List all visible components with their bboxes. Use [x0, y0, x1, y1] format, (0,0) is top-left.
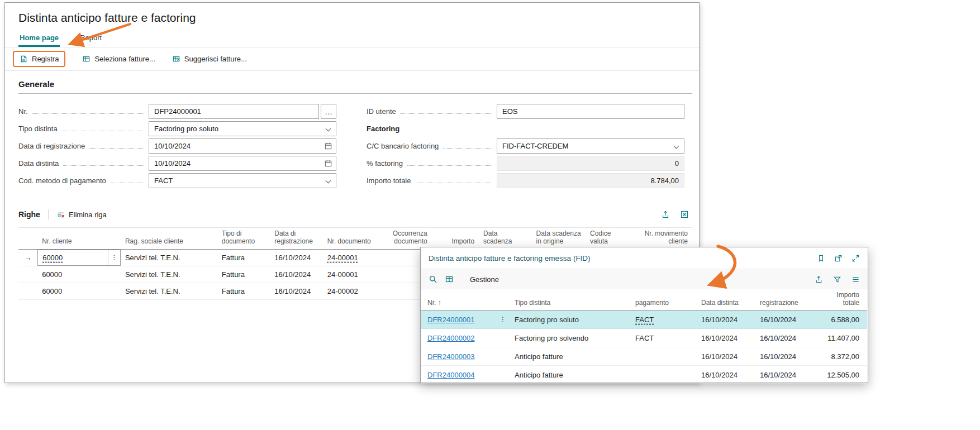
col-data-distinta[interactable]: Data distinta — [697, 289, 755, 310]
cell-tipo-documento[interactable]: Fattura — [217, 283, 270, 299]
col-nr-movimento-cliente[interactable]: Nr. movimento cliente — [632, 228, 692, 250]
cell-data-registrazione[interactable]: 16/10/2024 — [270, 283, 322, 299]
righe-heading[interactable]: Righe — [18, 210, 40, 219]
cell-tipo-distinta[interactable]: Factoring pro solvendo — [510, 329, 631, 347]
cell-nr-cliente[interactable]: 60000 — [37, 283, 121, 299]
calendar-icon[interactable] — [324, 159, 332, 168]
col-tipo-documento[interactable]: Tipo di documento — [217, 228, 270, 250]
grid-view-icon[interactable] — [445, 275, 454, 284]
field-data-registrazione: Data di registrazione 10/10/2024 — [18, 137, 336, 155]
cell-tipo-distinta[interactable]: Anticipo fatture — [510, 347, 631, 366]
cell-registrazione[interactable]: 16/10/2024 — [755, 347, 815, 366]
seleziona-fatture-button[interactable]: Seleziona fatture... — [82, 55, 155, 63]
id-utente-input[interactable]: EOS — [497, 104, 684, 119]
distinta-link[interactable]: DFR24000002 — [427, 334, 475, 342]
col-tipo-distinta[interactable]: Tipo distinta — [510, 289, 631, 310]
registra-button[interactable]: Registra — [20, 55, 59, 63]
col-nr-cliente[interactable]: Nr. cliente — [37, 228, 121, 250]
cc-bancario-select[interactable]: FID-FACT-CREDEM — [497, 138, 684, 154]
filter-icon[interactable] — [833, 275, 841, 284]
cell-registrazione[interactable]: 16/10/2024 — [755, 366, 815, 384]
elimina-riga-button[interactable]: Elimina riga — [56, 211, 107, 219]
distinta-link[interactable]: DFR24000004 — [427, 371, 475, 379]
expand-icon[interactable] — [851, 254, 860, 262]
cell-rag-sociale[interactable]: Servizi tel. T.E.N. — [121, 266, 217, 283]
cell-pagamento[interactable]: FACT — [635, 316, 654, 324]
col-data-registrazione[interactable]: Data di registrazione — [270, 228, 322, 250]
tipo-distinta-select[interactable]: Factoring pro soluto — [149, 121, 336, 136]
open-in-excel-icon[interactable] — [680, 210, 689, 219]
cell-data-distinta[interactable]: 16/10/2024 — [697, 347, 755, 366]
gestione-menu[interactable]: Gestione — [470, 275, 499, 284]
suggerisci-fatture-button[interactable]: Suggerisci fatture... — [172, 55, 247, 63]
dotted-leader — [62, 126, 144, 131]
bookmark-icon[interactable] — [817, 254, 825, 262]
cell-tipo-documento[interactable]: Fattura — [217, 266, 270, 283]
lookup-title: Distinta anticipo fatture e factoring em… — [429, 254, 817, 262]
cell-importo-totale[interactable]: 6.588,00 — [815, 310, 867, 329]
col-occorrenza-documento[interactable]: Occorrenza documento — [379, 228, 431, 250]
field-importo-totale: Importo totale 8.784,00 — [367, 172, 684, 189]
cell-nr-documento[interactable]: 24-00002 — [323, 283, 379, 299]
field-id-utente: ID utente EOS — [367, 103, 684, 120]
calendar-icon[interactable] — [324, 142, 332, 150]
share-icon[interactable] — [815, 275, 823, 284]
cell-nr-documento[interactable]: 24-00001 — [327, 254, 358, 262]
generale-section-heading[interactable]: Generale — [5, 71, 699, 93]
assist-edit-button[interactable]: … — [321, 104, 336, 119]
col-importo-totale[interactable]: Importo totale — [815, 289, 867, 310]
cell-registrazione[interactable]: 16/10/2024 — [755, 329, 815, 347]
col-registrazione[interactable]: registrazione — [755, 289, 815, 310]
cell-data-registrazione[interactable]: 16/10/2024 — [270, 249, 322, 266]
cell-nr-documento[interactable]: 24-00001 — [323, 266, 379, 283]
col-nr-documento[interactable]: Nr. documento — [323, 228, 379, 250]
cell-importo-totale[interactable]: 11.407,00 — [815, 329, 867, 347]
data-distinta-input[interactable]: 10/10/2024 — [149, 156, 336, 171]
tab-home-page[interactable]: Home page — [18, 31, 60, 47]
list-item[interactable]: DFR24000002 Factoring pro solvendo FACT … — [421, 329, 867, 347]
cell-data-distinta[interactable]: 16/10/2024 — [697, 310, 755, 329]
cell-tipo-documento[interactable]: Fattura — [217, 249, 270, 266]
open-in-window-icon[interactable] — [834, 254, 843, 262]
cell-pagamento[interactable] — [631, 366, 697, 384]
col-importo[interactable]: Importo — [432, 228, 479, 250]
cell-tipo-distinta[interactable]: Factoring pro soluto — [510, 310, 631, 329]
data-registrazione-input[interactable]: 10/10/2024 — [149, 138, 336, 154]
registra-label: Registra — [32, 55, 59, 63]
col-data-scadenza-origine[interactable]: Data scadenza in origine — [532, 228, 586, 250]
cod-metodo-pagamento-select[interactable]: FACT — [149, 173, 336, 188]
cell-nr-cliente[interactable]: 60000 — [37, 266, 121, 283]
row-menu-icon[interactable]: ⋮ — [496, 310, 510, 329]
action-toolbar: Registra Seleziona fatture... Suggerisci… — [5, 47, 699, 71]
cell-data-registrazione[interactable]: 16/10/2024 — [270, 266, 322, 283]
cell-rag-sociale[interactable]: Servizi tel. T.E.N. — [121, 283, 217, 299]
tab-report[interactable]: Report — [79, 31, 103, 47]
cell-importo-totale[interactable]: 12.505,00 — [815, 366, 867, 384]
share-icon[interactable] — [661, 210, 670, 219]
cell-rag-sociale[interactable]: Servizi tel. T.E.N. — [121, 249, 217, 266]
col-nr-sorted[interactable]: Nr. ↑ — [421, 289, 496, 310]
lookup-table: Nr. ↑ Tipo distinta pagamento Data disti… — [421, 289, 867, 384]
cell-importo-totale[interactable]: 8.372,00 — [815, 347, 867, 366]
cell-registrazione[interactable]: 16/10/2024 — [755, 310, 815, 329]
row-menu-icon[interactable]: ⋮ — [108, 250, 120, 265]
col-codice-valuta[interactable]: Codice valuta — [586, 228, 632, 250]
distinta-link[interactable]: DFR24000001 — [427, 316, 475, 324]
cell-pagamento[interactable] — [631, 347, 697, 366]
cell-tipo-distinta[interactable]: Anticipo fatture — [510, 366, 631, 384]
cell-data-distinta[interactable]: 16/10/2024 — [697, 366, 755, 384]
list-item[interactable]: DFR24000004 Anticipo fatture 16/10/2024 … — [421, 366, 867, 384]
cell-pagamento[interactable]: FACT — [631, 329, 697, 347]
focused-cell[interactable]: 60000 ⋮ — [37, 250, 121, 266]
tab-bar: Home page Report — [5, 27, 699, 47]
list-item[interactable]: DFR24000001 ⋮ Factoring pro soluto FACT … — [421, 310, 867, 329]
search-icon[interactable] — [429, 275, 437, 284]
col-rag-sociale[interactable]: Rag. sociale cliente — [121, 228, 217, 250]
menu-list-icon[interactable] — [851, 275, 860, 284]
distinta-link[interactable]: DFR24000003 — [427, 352, 475, 361]
col-data-scadenza[interactable]: Data scadenza — [479, 228, 531, 250]
cell-data-distinta[interactable]: 16/10/2024 — [697, 329, 755, 347]
nr-input[interactable]: DFP24000001 — [149, 104, 319, 119]
list-item[interactable]: DFR24000003 Anticipo fatture 16/10/2024 … — [421, 347, 867, 366]
col-pagamento[interactable]: pagamento — [631, 289, 697, 310]
